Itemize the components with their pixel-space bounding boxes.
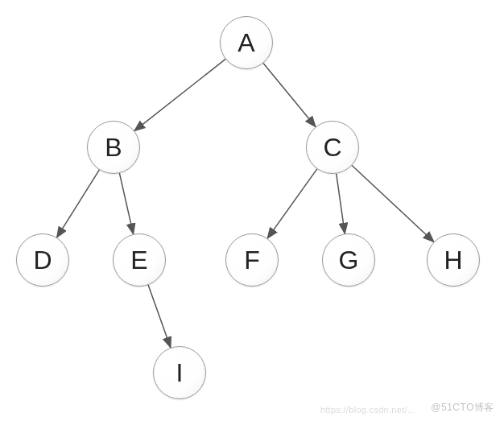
- node-f: F: [225, 233, 279, 287]
- watermark-secondary: https://blog.csdn.net/...: [320, 405, 415, 415]
- edge-b-e: [119, 173, 133, 234]
- node-g: G: [322, 233, 375, 287]
- node-i: I: [153, 346, 206, 399]
- edge-e-i: [148, 285, 171, 348]
- node-h: H: [427, 233, 480, 287]
- edge-c-g: [337, 174, 345, 234]
- node-a: A: [220, 16, 273, 69]
- node-label: I: [176, 358, 184, 388]
- node-label: H: [444, 246, 462, 275]
- node-label: F: [244, 246, 260, 275]
- node-label: D: [33, 246, 52, 275]
- watermark-primary: @51CTO博客: [431, 401, 494, 415]
- edge-c-h: [352, 166, 434, 242]
- node-d: D: [16, 233, 69, 287]
- node-label: E: [130, 246, 147, 275]
- node-e: E: [113, 233, 166, 287]
- node-label: G: [339, 246, 359, 275]
- node-label: B: [105, 133, 122, 163]
- node-label: A: [238, 28, 254, 58]
- node-label: C: [323, 133, 341, 163]
- node-c: C: [306, 121, 359, 174]
- edge-b-d: [57, 170, 100, 237]
- edge-c-f: [267, 169, 317, 238]
- node-b: B: [87, 121, 140, 174]
- edge-a-c: [263, 64, 316, 127]
- edge-a-b: [134, 59, 225, 130]
